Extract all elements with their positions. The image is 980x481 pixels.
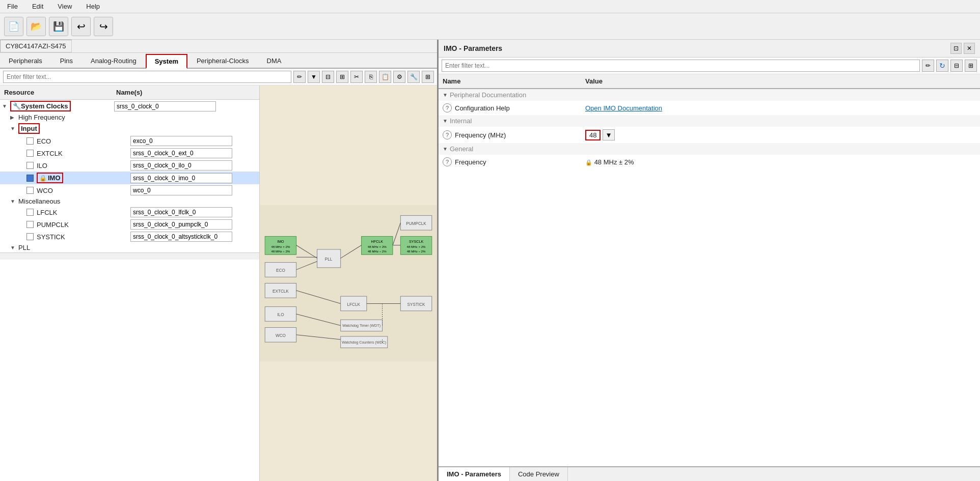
expand-peripheral-doc[interactable]: ▼ bbox=[443, 92, 448, 98]
tree-row-ilo[interactable]: ILO bbox=[0, 159, 259, 172]
params-filter-input[interactable] bbox=[442, 60, 920, 72]
open-imo-documentation-link[interactable]: Open IMO Documentation bbox=[585, 104, 662, 112]
filter-row: ✏ ▼ ⊟ ⊞ ✂ ⎘ 📋 ⚙ 🔧 ⊞ bbox=[0, 69, 437, 86]
tree-row-wco[interactable]: WCO bbox=[0, 184, 259, 196]
menu-edit[interactable]: Edit bbox=[29, 2, 46, 11]
system-clocks-name-input[interactable] bbox=[114, 101, 216, 111]
ilo-name-input[interactable] bbox=[130, 160, 232, 171]
tree-row-lfclk[interactable]: LFCLK bbox=[0, 206, 259, 218]
bottom-tab-imo-parameters[interactable]: IMO - Parameters bbox=[439, 467, 510, 481]
frequency-general-label: Frequency bbox=[455, 158, 486, 166]
section-internal[interactable]: ▼ Internal bbox=[439, 115, 980, 127]
frequency-mhz-question-icon[interactable]: ? bbox=[443, 130, 452, 139]
eco-checkbox[interactable] bbox=[26, 137, 34, 145]
tree-row-input[interactable]: ▼ Input bbox=[0, 122, 259, 135]
undo-button[interactable]: ↩ bbox=[71, 17, 91, 36]
menu-help[interactable]: Help bbox=[83, 2, 103, 11]
params-expand[interactable]: ⊞ bbox=[965, 60, 977, 72]
frequency-general-value: 48 MHz ± 2% bbox=[594, 158, 634, 166]
filter-icon-button[interactable]: ▼ bbox=[308, 71, 320, 83]
expand-pll[interactable]: ▼ bbox=[10, 245, 16, 250]
systick-name-input[interactable] bbox=[130, 232, 232, 242]
bottom-tab-code-preview[interactable]: Code Preview bbox=[510, 467, 568, 481]
col-name-header: Name bbox=[439, 76, 581, 86]
tab-system[interactable]: System bbox=[146, 54, 187, 69]
svg-text:48 MHz × 2%: 48 MHz × 2% bbox=[271, 245, 290, 248]
lfclk-name-input[interactable] bbox=[130, 207, 232, 217]
pumpclk-checkbox[interactable] bbox=[26, 221, 34, 228]
filter-input[interactable] bbox=[3, 71, 291, 83]
tab-peripheral-clocks[interactable]: Peripheral-Clocks bbox=[188, 54, 258, 68]
frequency-mhz-value[interactable]: 48 bbox=[585, 130, 601, 140]
content-split: Resource Name(s) ▼ 🔧 System Clocks bbox=[0, 86, 437, 481]
tab-pins[interactable]: Pins bbox=[51, 54, 81, 68]
params-refresh[interactable]: ↻ bbox=[936, 60, 948, 72]
expand-high-frequency[interactable]: ▶ bbox=[10, 115, 16, 120]
expand-input[interactable]: ▼ bbox=[10, 126, 16, 131]
section-general[interactable]: ▼ General bbox=[439, 143, 980, 155]
config-help-question-icon[interactable]: ? bbox=[443, 103, 452, 112]
tree-row-miscellaneous[interactable]: ▼ Miscellaneous bbox=[0, 196, 259, 206]
params-header-icons: ⊡ ✕ bbox=[950, 43, 975, 54]
params-clear-filter[interactable]: ✏ bbox=[922, 60, 934, 72]
expand-all-button[interactable]: ⊞ bbox=[336, 71, 348, 83]
redo-button[interactable]: ↪ bbox=[94, 17, 113, 36]
tree-row-extclk[interactable]: EXTCLK bbox=[0, 147, 259, 159]
menu-view[interactable]: View bbox=[55, 2, 75, 11]
wco-checkbox[interactable] bbox=[26, 187, 34, 194]
imo-checkbox[interactable] bbox=[26, 175, 34, 182]
extclk-name-input[interactable] bbox=[130, 148, 232, 158]
ilo-label: ILO bbox=[37, 162, 47, 169]
config-button[interactable]: ⚙ bbox=[393, 71, 405, 83]
cut-button[interactable]: ✂ bbox=[350, 71, 363, 83]
params-collapse[interactable]: ⊟ bbox=[950, 60, 963, 72]
expand-system-clocks[interactable]: ▼ bbox=[2, 103, 8, 109]
tree-row-imo[interactable]: 🔒 IMO bbox=[0, 172, 259, 184]
params-row-config-help: ? Configuration Help Open IMO Documentat… bbox=[439, 101, 980, 115]
frequency-general-name-cell: ? Frequency bbox=[439, 156, 581, 167]
tab-dma[interactable]: DMA bbox=[258, 54, 290, 68]
toolbar: 📄 📂 💾 ↩ ↪ bbox=[0, 13, 980, 40]
copy-button[interactable]: ⎘ bbox=[365, 71, 377, 83]
tree-row-eco[interactable]: ECO bbox=[0, 135, 259, 147]
svg-text:WCO: WCO bbox=[276, 333, 286, 338]
clear-filter-button[interactable]: ✏ bbox=[293, 71, 306, 83]
ilo-checkbox[interactable] bbox=[26, 162, 34, 169]
restore-button[interactable]: ⊡ bbox=[950, 43, 962, 54]
tree-row-systick[interactable]: SYSTICK bbox=[0, 231, 259, 243]
settings-button[interactable]: 🔧 bbox=[407, 71, 420, 83]
lfclk-checkbox[interactable] bbox=[26, 209, 34, 216]
tree-scrollbar[interactable] bbox=[0, 252, 259, 260]
new-button[interactable]: 📄 bbox=[4, 17, 23, 36]
menu-file[interactable]: File bbox=[4, 2, 21, 11]
svg-text:Watchdog Counters (WDC): Watchdog Counters (WDC) bbox=[342, 341, 386, 345]
open-button[interactable]: 📂 bbox=[26, 17, 46, 36]
save-button[interactable]: 💾 bbox=[49, 17, 68, 36]
pumpclk-name-input[interactable] bbox=[130, 219, 232, 230]
config-help-label: Configuration Help bbox=[455, 104, 510, 112]
close-params-button[interactable]: ✕ bbox=[964, 43, 975, 54]
expand-miscellaneous[interactable]: ▼ bbox=[10, 199, 16, 204]
wco-name-input[interactable] bbox=[130, 185, 232, 195]
section-peripheral-documentation[interactable]: ▼ Peripheral Documentation bbox=[439, 89, 980, 101]
collapse-all-button[interactable]: ⊟ bbox=[322, 71, 334, 83]
input-label: Input bbox=[21, 125, 37, 132]
view-button[interactable]: ⊞ bbox=[422, 71, 434, 83]
expand-general[interactable]: ▼ bbox=[443, 146, 448, 152]
systick-checkbox[interactable] bbox=[26, 233, 34, 240]
tree-row-system-clocks[interactable]: ▼ 🔧 System Clocks bbox=[0, 100, 259, 112]
tab-analog-routing[interactable]: Analog-Routing bbox=[82, 54, 145, 68]
eco-name-input[interactable] bbox=[130, 136, 232, 146]
frequency-general-question-icon[interactable]: ? bbox=[443, 157, 452, 166]
tree-row-pll[interactable]: ▼ PLL bbox=[0, 243, 259, 252]
tree-row-pumpclk[interactable]: PUMPCLK bbox=[0, 218, 259, 231]
tab-peripherals[interactable]: Peripherals bbox=[0, 54, 51, 68]
paste-button[interactable]: 📋 bbox=[379, 71, 391, 83]
extclk-checkbox[interactable] bbox=[26, 150, 34, 157]
high-frequency-label: High Frequency bbox=[18, 114, 65, 121]
imo-name-input[interactable] bbox=[130, 173, 232, 183]
tree-row-high-frequency[interactable]: ▶ High Frequency bbox=[0, 112, 259, 122]
expand-internal[interactable]: ▼ bbox=[443, 118, 448, 124]
frequency-mhz-dropdown-btn[interactable]: ▼ bbox=[603, 129, 614, 140]
svg-text:HFCLK: HFCLK bbox=[371, 240, 384, 244]
